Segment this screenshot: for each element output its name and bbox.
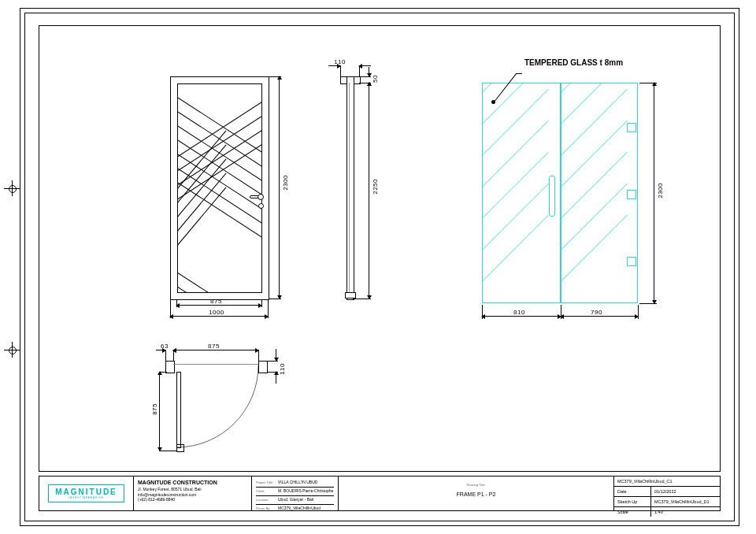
dim-line (279, 76, 280, 299)
dim-line (170, 316, 268, 317)
dim-door-inner-width: 875 (210, 298, 222, 305)
logo-cell: MAGNITUDE INVESTINPARADISE (39, 477, 134, 510)
dim-line (369, 83, 369, 299)
glass-elevation (482, 83, 638, 303)
company-addr3: (+62) 812-4686-8840 (138, 497, 247, 502)
glass-panel-right (561, 83, 638, 303)
dim-glass-w1: 810 (513, 309, 525, 316)
door-handle-icon (250, 195, 261, 198)
callout-leader (516, 73, 522, 74)
door-plan (165, 347, 284, 449)
dim-plan-w1: 63 (161, 343, 169, 350)
drawn-by: MC379_VillaChillInUbud (278, 506, 321, 510)
dim-section-top-w: 110 (334, 58, 346, 65)
dim-glass-w2: 790 (591, 309, 602, 316)
drawing-title-label: Drawing Title: (343, 483, 610, 487)
dim-door-outer-width: 1000 (209, 309, 224, 316)
registration-mark (6, 344, 17, 355)
door-elevation (170, 76, 269, 300)
dim-glass-height: 2300 (657, 183, 664, 198)
logo-subtext: INVESTINPARADISE (55, 496, 117, 499)
project-cell: Project Title:VILLA CHILL'IN UBUD Client… (252, 477, 339, 510)
glass-handle-icon (549, 176, 555, 217)
dim-line (654, 83, 654, 303)
drawing-title: FRAME P1 - P2 (343, 491, 610, 497)
client-name: M. BOUDRIS Pierre-Christophe (278, 488, 333, 493)
hinge-icon (627, 190, 636, 199)
dim-door-height: 2300 (282, 175, 289, 191)
registration-mark (6, 183, 17, 194)
project-location: Ubud, Gianyar - Bali (278, 497, 313, 502)
dim-line (276, 349, 276, 361)
scale-value: 1:40 (651, 507, 721, 517)
section-sill (345, 292, 356, 299)
swing-arc (176, 365, 263, 452)
company-cell: MAGNITUDE CONSTRUCTION Jl. Monkey Forest… (134, 477, 252, 510)
door-section (340, 76, 359, 299)
dim-line (561, 316, 638, 317)
hinge-icon (627, 257, 636, 266)
door-leaf (177, 83, 262, 293)
logo-text: MAGNITUDE (55, 488, 117, 496)
sketch-label: Sketch Up (614, 497, 651, 507)
scale-label: Scale (614, 507, 651, 517)
title-block: MAGNITUDE INVESTINPARADISE MAGNITUDE CON… (39, 476, 721, 511)
dim-section-height: 2250 (372, 179, 379, 195)
dim-line (276, 372, 276, 384)
dim-plan-w2: 875 (208, 343, 220, 350)
project-title: VILLA CHILL'IN UBUD (278, 480, 317, 484)
dim-line (359, 65, 371, 66)
info-cell: MC379_VillaChillInUbud_C1 Date01/12/2022… (614, 477, 720, 510)
sketch-value: MC379_VillaChillInUbud_D1 (651, 497, 721, 507)
plan-opening-line (173, 364, 258, 365)
company-logo: MAGNITUDE INVESTINPARADISE (48, 484, 124, 502)
dim-line (173, 350, 258, 350)
drawing-title-cell: Drawing Title: FRAME P1 - P2 (339, 477, 614, 510)
dim-plan-swing: 875 (151, 403, 158, 415)
sheet-inner-border: 875 1000 2300 110 50 2250 6 (24, 13, 735, 521)
dim-line (482, 316, 561, 317)
dim-line (369, 67, 369, 76)
dim-line (159, 372, 160, 451)
hinge-icon (627, 123, 636, 132)
section-jamb (346, 76, 354, 300)
dim-section-top-h: 50 (372, 75, 379, 83)
dim-line (328, 65, 340, 66)
dim-line (176, 305, 261, 306)
dim-plan-depth: 110 (279, 363, 286, 375)
drawing-sheet: 875 1000 2300 110 50 2250 6 (20, 8, 739, 526)
dim-line (156, 350, 165, 350)
date-value: 01/12/2022 (651, 487, 721, 497)
file-ref: MC379_VillaChillInUbud_C1 (614, 477, 720, 487)
glass-callout-label: TEMPERED GLASS t 8mm (524, 58, 623, 67)
date-label: Date (614, 487, 651, 497)
company-name: MAGNITUDE CONSTRUCTION (138, 479, 247, 486)
